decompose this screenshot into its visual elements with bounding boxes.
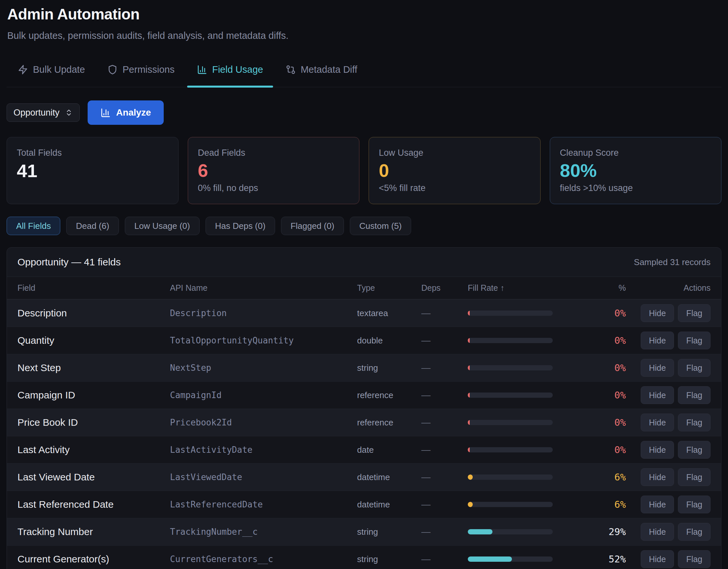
table-header-bar: Opportunity — 41 fields Sampled 31 recor… [7, 248, 721, 277]
flag-button[interactable]: Flag [678, 468, 711, 486]
field-type: textarea [357, 308, 421, 318]
filter-has-deps[interactable]: Has Deps (0) [206, 217, 275, 235]
flag-button[interactable]: Flag [678, 550, 711, 568]
field-type: string [357, 363, 421, 373]
filter-dead[interactable]: Dead (6) [66, 217, 119, 235]
col-deps: Deps [421, 283, 468, 293]
api-name: LastViewedDate [170, 472, 357, 482]
fill-rate-bar [468, 447, 553, 452]
object-select-value: Opportunity [14, 108, 60, 118]
table-row: Quantity TotalOpportunityQuantity double… [7, 327, 721, 354]
flag-button[interactable]: Flag [678, 413, 711, 431]
tab-bulk-update[interactable]: Bulk Update [8, 64, 95, 87]
flag-button[interactable]: Flag [678, 304, 711, 322]
stat-note [17, 184, 168, 193]
table-row: Next Step NextStep string — 0% Hide Flag [7, 354, 721, 381]
fill-rate-percent: 6% [567, 471, 626, 483]
filter-chip-label: All Fields [16, 221, 51, 231]
api-name: CurrentGenerators__c [170, 554, 357, 564]
fill-rate-bar-fill [468, 556, 512, 562]
hide-button[interactable]: Hide [641, 550, 674, 568]
api-name: LastReferencedDate [170, 499, 357, 509]
field-name: Campaign ID [17, 389, 170, 401]
hide-button[interactable]: Hide [641, 386, 674, 404]
stat-low-usage: Low Usage 0 <5% fill rate [369, 137, 541, 204]
column-header-row: Field API Name Type Deps Fill Rate ↑ % A… [7, 277, 721, 299]
stat-total-fields: Total Fields 41 [7, 137, 179, 204]
tab-field-usage[interactable]: Field Usage [187, 64, 273, 87]
fill-rate-bar [468, 474, 553, 480]
stat-cleanup-score: Cleanup Score 80% fields >10% usage [550, 137, 722, 204]
fill-rate-bar [468, 502, 553, 507]
col-percent: % [567, 283, 626, 293]
fill-rate-percent: 0% [567, 362, 626, 373]
fill-rate-bar [468, 310, 553, 316]
row-actions: Hide Flag [626, 331, 711, 349]
flag-button[interactable]: Flag [678, 441, 711, 459]
fill-rate-bar-fill [468, 392, 470, 398]
git-compare-icon [286, 65, 296, 75]
row-actions: Hide Flag [626, 359, 711, 377]
stat-note: 0% fill, no deps [198, 183, 350, 193]
flag-button[interactable]: Flag [678, 331, 711, 349]
row-actions: Hide Flag [626, 523, 711, 541]
api-name: CampaignId [170, 390, 357, 400]
deps-value: — [421, 472, 468, 482]
tab-permissions[interactable]: Permissions [98, 64, 184, 87]
tab-metadata-diff[interactable]: Metadata Diff [276, 64, 367, 87]
fill-rate-percent: 29% [567, 526, 626, 537]
hide-button[interactable]: Hide [641, 413, 674, 431]
field-name: Description [17, 307, 170, 319]
deps-value: — [421, 390, 468, 400]
table-row: Description Description textarea — 0% Hi… [7, 299, 721, 327]
filter-flagged[interactable]: Flagged (0) [281, 217, 344, 235]
filter-chip-label: Custom (5) [359, 221, 402, 231]
shield-icon [107, 65, 118, 75]
sample-note: Sampled 31 records [634, 257, 711, 268]
fill-rate-bar [468, 365, 553, 370]
table-title: Opportunity — 41 fields [17, 256, 121, 268]
row-actions: Hide Flag [626, 550, 711, 568]
flag-button[interactable]: Flag [678, 386, 711, 404]
fill-rate-percent: 0% [567, 335, 626, 346]
fill-rate-percent: 0% [567, 417, 626, 428]
filter-custom[interactable]: Custom (5) [350, 217, 411, 235]
table-row: Last Activity LastActivityDate date — 0%… [7, 436, 721, 463]
hide-button[interactable]: Hide [641, 304, 674, 322]
table-row: Tracking Number TrackingNumber__c string… [7, 518, 721, 545]
flag-button[interactable]: Flag [678, 359, 711, 377]
hide-button[interactable]: Hide [641, 359, 674, 377]
col-fill-rate-sort[interactable]: Fill Rate ↑ [468, 283, 567, 293]
hide-button[interactable]: Hide [641, 441, 674, 459]
api-name: NextStep [170, 363, 357, 373]
chevrons-up-down-icon [65, 109, 73, 117]
hide-button[interactable]: Hide [641, 331, 674, 349]
field-name: Next Step [17, 362, 170, 373]
fill-rate-percent: 0% [567, 444, 626, 455]
analyze-button[interactable]: Analyze [88, 100, 164, 125]
field-name: Last Referenced Date [17, 499, 170, 510]
hide-button[interactable]: Hide [641, 496, 674, 513]
flag-button[interactable]: Flag [678, 496, 711, 513]
fill-rate-bar [468, 338, 553, 343]
analysis-controls: Opportunity Analyze [7, 100, 721, 125]
hide-button[interactable]: Hide [641, 468, 674, 486]
row-actions: Hide Flag [626, 413, 711, 431]
field-type: string [357, 554, 421, 564]
object-select[interactable]: Opportunity [7, 103, 80, 122]
stat-dead-fields: Dead Fields 6 0% fill, no deps [188, 137, 360, 204]
fill-rate-percent: 52% [567, 554, 626, 565]
col-api-name: API Name [170, 283, 357, 293]
fill-rate-bar [468, 392, 553, 398]
deps-value: — [421, 499, 468, 510]
fill-rate-bar [468, 420, 553, 425]
flag-button[interactable]: Flag [678, 523, 711, 541]
filter-all-fields[interactable]: All Fields [7, 217, 60, 235]
tab-label: Bulk Update [33, 64, 85, 75]
row-actions: Hide Flag [626, 441, 711, 459]
filter-low-usage[interactable]: Low Usage (0) [125, 217, 200, 235]
field-type: datetime [357, 472, 421, 482]
fill-rate-percent: 0% [567, 307, 626, 319]
hide-button[interactable]: Hide [641, 523, 674, 541]
filter-chip-label: Has Deps (0) [215, 221, 266, 231]
